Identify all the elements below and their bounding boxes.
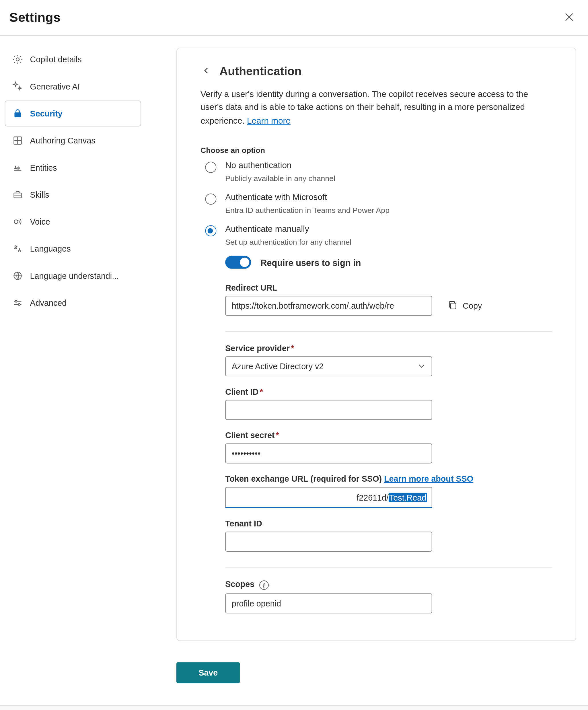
choose-option-label: Choose an option — [201, 146, 552, 155]
sidebar-item-label: Languages — [30, 244, 71, 254]
sidebar-item-label: Language understandi... — [30, 271, 119, 281]
grid-icon — [12, 135, 23, 146]
radio-icon — [205, 162, 216, 173]
require-signin-label: Require users to sign in — [260, 258, 361, 268]
radio-icon — [205, 194, 216, 205]
token-exchange-label: Token exchange URL (required for SSO) Le… — [225, 474, 552, 484]
chevron-left-icon — [202, 67, 211, 77]
voice-icon — [12, 216, 23, 227]
copy-button[interactable]: Copy — [444, 299, 486, 313]
chevron-down-icon — [418, 362, 426, 372]
globe-icon — [12, 270, 23, 281]
svg-point-5 — [15, 300, 17, 302]
client-id-label: Client ID* — [225, 387, 552, 397]
redirect-url-label: Redirect URL — [225, 283, 552, 292]
client-secret-input[interactable] — [225, 444, 432, 464]
info-icon[interactable]: i — [259, 580, 268, 590]
scopes-input[interactable] — [225, 593, 432, 613]
save-button[interactable]: Save — [177, 662, 240, 683]
translate-icon — [12, 243, 23, 254]
sidebar-item-label: Generative AI — [30, 82, 80, 91]
tenant-id-input[interactable] — [225, 532, 432, 552]
briefcase-icon — [12, 189, 23, 200]
redirect-url-input[interactable] — [225, 296, 432, 316]
service-provider-select[interactable]: Azure Active Directory v2 — [225, 357, 432, 377]
settings-header: Settings — [0, 0, 588, 36]
sidebar-item-generative-ai[interactable]: Generative AI — [5, 73, 141, 99]
radio-icon — [205, 226, 216, 237]
auth-option-none[interactable]: No authentication Publicly available in … — [201, 161, 552, 183]
radio-sublabel: Entra ID authentication in Teams and Pow… — [225, 206, 552, 215]
section-title: Authentication — [219, 65, 302, 78]
require-signin-toggle[interactable] — [225, 256, 251, 269]
sidebar-item-skills[interactable]: Skills — [5, 182, 141, 207]
sso-learn-more-link[interactable]: Learn more about SSO — [384, 474, 473, 484]
radio-sublabel: Set up authentication for any channel — [225, 238, 552, 247]
token-exchange-value-plain: f22611d/ — [356, 493, 389, 502]
radio-sublabel: Publicly available in any channel — [225, 174, 552, 183]
sidebar-item-label: Skills — [30, 190, 49, 199]
section-description: Verify a user's identity during a conver… — [201, 88, 552, 127]
sidebar-item-copilot-details[interactable]: Copilot details — [5, 46, 141, 72]
copy-label: Copy — [463, 301, 482, 311]
page-title: Settings — [9, 10, 61, 25]
sidebar-item-label: Authoring Canvas — [30, 136, 95, 145]
gear-icon — [12, 54, 23, 65]
auth-option-microsoft[interactable]: Authenticate with Microsoft Entra ID aut… — [201, 192, 552, 215]
svg-point-3 — [14, 220, 18, 223]
lock-icon — [12, 108, 23, 119]
auth-option-manual[interactable]: Authenticate manually Set up authenticat… — [201, 224, 552, 247]
sparkle-icon — [12, 81, 23, 92]
token-exchange-input[interactable]: f22611d/Test.Read — [225, 487, 432, 508]
back-button[interactable] — [201, 66, 212, 77]
sidebar-item-language-understanding[interactable]: Language understandi... — [5, 263, 141, 289]
select-value: Azure Active Directory v2 — [232, 362, 324, 372]
authentication-panel: Authentication Verify a user's identity … — [177, 48, 576, 641]
text-icon — [12, 162, 23, 173]
settings-sidebar: Copilot details Generative AI Security A… — [0, 36, 146, 317]
sliders-icon — [12, 298, 23, 308]
sidebar-item-label: Copilot details — [30, 55, 82, 64]
radio-label: Authenticate with Microsoft — [225, 192, 552, 202]
sidebar-item-security[interactable]: Security — [5, 101, 141, 126]
sidebar-item-label: Entities — [30, 163, 57, 172]
svg-point-6 — [18, 304, 20, 306]
sidebar-item-authoring-canvas[interactable]: Authoring Canvas — [5, 128, 141, 153]
sidebar-item-languages[interactable]: Languages — [5, 236, 141, 262]
client-id-input[interactable] — [225, 400, 432, 420]
token-exchange-value-selection: Test.Read — [389, 493, 427, 502]
copy-icon — [447, 300, 458, 312]
sidebar-item-entities[interactable]: Entities — [5, 155, 141, 181]
sidebar-item-label: Advanced — [30, 298, 67, 308]
sidebar-item-label: Voice — [30, 217, 50, 226]
close-icon — [564, 12, 574, 23]
client-secret-label: Client secret* — [225, 431, 552, 440]
tenant-id-label: Tenant ID — [225, 519, 552, 528]
sidebar-item-label: Security — [30, 109, 63, 118]
scopes-label: Scopes i — [225, 579, 552, 590]
learn-more-link[interactable]: Learn more — [247, 116, 290, 125]
radio-label: No authentication — [225, 161, 552, 170]
service-provider-label: Service provider* — [225, 344, 552, 353]
close-button[interactable] — [560, 8, 579, 27]
svg-point-0 — [16, 58, 19, 61]
sidebar-item-advanced[interactable]: Advanced — [5, 290, 141, 316]
sidebar-item-voice[interactable]: Voice — [5, 209, 141, 235]
svg-rect-7 — [451, 303, 456, 309]
radio-label: Authenticate manually — [225, 224, 552, 234]
